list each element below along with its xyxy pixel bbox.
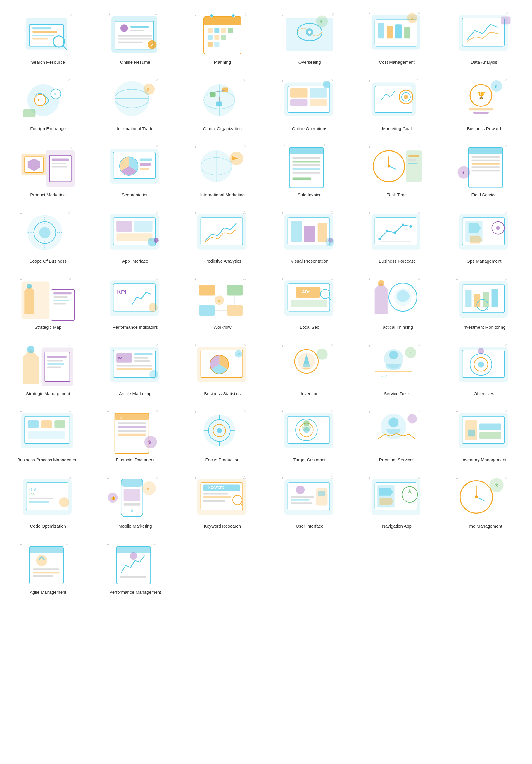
svg-text:+: +	[456, 145, 458, 149]
icon-item-inventory-management: + △ Inventory Management	[442, 403, 526, 467]
icon-illustration-time-management: ⏱ + △	[452, 473, 516, 521]
svg-text:+: +	[195, 79, 197, 83]
svg-text:△: △	[153, 542, 156, 545]
icon-item-investment-monitoring: + △ Investment Monitoring	[442, 271, 526, 334]
svg-rect-80	[222, 88, 228, 92]
icon-label-code-optimization: Code Optimization	[30, 523, 66, 529]
icon-illustration-objectives: + △	[452, 340, 516, 388]
icon-label-online-resume: Online Resume	[120, 59, 150, 65]
svg-text:$: $	[494, 84, 497, 88]
svg-rect-28	[221, 28, 226, 33]
svg-rect-230	[227, 305, 243, 315]
svg-text:👍: 👍	[111, 495, 115, 500]
svg-rect-277	[134, 357, 149, 358]
icon-illustration-premium-services: + △	[364, 406, 429, 455]
svg-rect-155	[471, 156, 499, 158]
svg-rect-4	[33, 35, 55, 36]
icon-label-inventory-management: Inventory Management	[462, 457, 506, 463]
svg-rect-317	[41, 420, 52, 428]
svg-rect-106	[468, 107, 493, 110]
icon-label-performance-management: Performance Management	[109, 589, 161, 595]
svg-rect-433	[120, 576, 146, 578]
svg-rect-276	[134, 353, 153, 355]
svg-rect-123	[140, 163, 151, 166]
svg-text:△: △	[156, 211, 159, 214]
icon-illustration-performance-management: + △	[103, 539, 167, 587]
svg-rect-47	[378, 23, 384, 38]
icon-label-business-process-management: Business Process Management	[17, 457, 79, 463]
svg-rect-229	[227, 285, 243, 295]
svg-text:△: △	[156, 144, 159, 147]
svg-text:△: △	[505, 409, 507, 412]
svg-rect-124	[140, 168, 149, 170]
svg-text:△: △	[66, 542, 68, 545]
svg-point-338	[217, 428, 222, 433]
svg-text:+: +	[282, 476, 283, 479]
svg-text:+: +	[20, 476, 22, 479]
icon-item-target-customer: + △ Target Customer	[267, 403, 352, 467]
icon-grid: + △ Search Resource ✓ + △ Online Resume	[6, 6, 526, 599]
svg-rect-139	[293, 172, 321, 173]
svg-point-355	[408, 414, 417, 424]
svg-text:$: $	[149, 440, 151, 445]
svg-rect-300	[375, 371, 412, 372]
svg-rect-188	[291, 221, 302, 242]
svg-text:△: △	[156, 409, 159, 412]
svg-rect-27	[214, 28, 219, 33]
icon-item-time-management: ⏱ + △ Time Management	[442, 470, 526, 533]
svg-point-310	[478, 361, 484, 367]
svg-rect-158	[471, 166, 499, 168]
icon-illustration-overseeing: $ + △	[277, 9, 342, 57]
icon-label-strategic-management: Strategic Management	[26, 391, 70, 397]
svg-point-200	[402, 224, 405, 226]
svg-point-399	[296, 485, 305, 494]
icon-illustration-online-resume: ✓ + △	[103, 9, 167, 57]
svg-point-417	[475, 495, 478, 498]
icon-item-app-interface: + △ App Interface	[93, 205, 177, 268]
icon-illustration-data-analysis: + △	[452, 9, 516, 57]
svg-text:+: +	[195, 410, 196, 414]
svg-point-201	[410, 225, 412, 228]
icon-illustration-local-seo: ADs + △	[277, 274, 342, 322]
svg-rect-107	[473, 112, 489, 113]
svg-rect-176	[134, 221, 153, 231]
svg-rect-88	[290, 88, 308, 97]
icon-illustration-foreign-exchange: € $ + △	[16, 75, 80, 123]
svg-rect-255	[466, 290, 471, 307]
svg-text:△: △	[331, 277, 333, 280]
icon-label-workflow: Workflow	[213, 324, 231, 330]
icon-label-tactical-thinking: Tactical Thinking	[381, 324, 413, 330]
svg-text:+: +	[107, 277, 109, 281]
svg-rect-14	[131, 30, 145, 31]
svg-rect-268	[47, 363, 65, 364]
icon-item-marketing-goal: + △ Marketing Goal	[354, 72, 439, 136]
icon-illustration-performance-indicators: KPI + △	[103, 274, 167, 322]
icon-illustration-task-time: + △	[364, 141, 429, 190]
icon-label-business-statistics: Business Statistics	[204, 391, 241, 397]
svg-point-209	[496, 226, 500, 230]
svg-text:△: △	[418, 277, 420, 280]
svg-text:+: +	[195, 476, 196, 479]
svg-rect-134	[289, 147, 324, 154]
icon-item-strategic-map: + △ Strategic Map	[6, 271, 90, 334]
svg-text:+: +	[20, 14, 22, 17]
icon-illustration-marketing-goal: + △	[364, 75, 429, 123]
svg-rect-140	[293, 177, 311, 180]
svg-text:△: △	[505, 144, 507, 147]
svg-rect-294	[304, 367, 310, 369]
icon-item-performance-management: + △ Performance Management	[93, 536, 177, 599]
svg-text:+: +	[195, 278, 196, 281]
svg-rect-57	[501, 17, 510, 25]
icon-label-online-operations: Online Operations	[292, 126, 328, 132]
svg-rect-16	[118, 38, 152, 40]
svg-text:+: +	[369, 145, 371, 149]
icon-item-online-resume: ✓ + △ Online Resume	[93, 6, 177, 69]
icon-item-navigation-app: + △ Navigation App	[354, 470, 439, 533]
icon-label-product-marketing: Product Marketing	[30, 192, 66, 198]
icon-item-financial-document: % $ + △ Financial Document	[93, 403, 177, 467]
svg-point-198	[386, 230, 389, 232]
svg-text:+: +	[107, 410, 109, 413]
svg-point-24	[210, 14, 213, 17]
svg-point-146	[388, 165, 391, 168]
svg-text:△: △	[243, 211, 246, 214]
